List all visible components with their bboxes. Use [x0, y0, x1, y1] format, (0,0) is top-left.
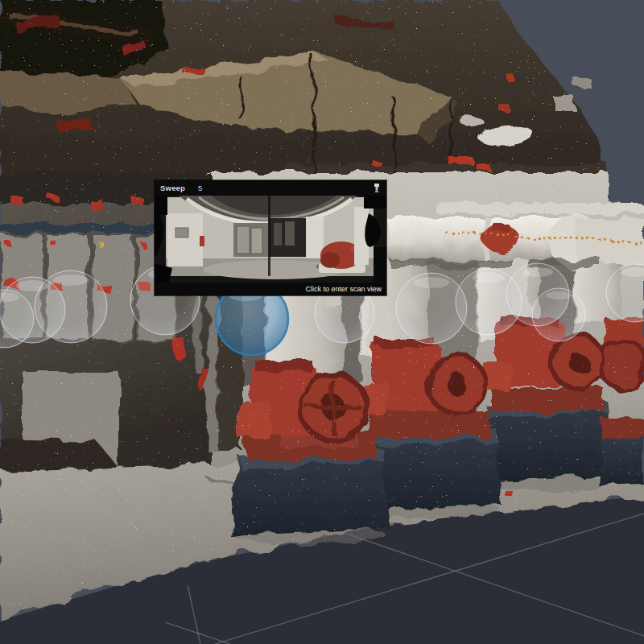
sweep-panel-header: Sweep 5: [155, 180, 386, 196]
sweep-panel-footer: Click to enter scan view: [155, 283, 386, 295]
scan-point-sphere[interactable]: [35, 270, 107, 343]
sweep-number: 5: [198, 184, 202, 192]
enter-scan-caption: Click to enter scan view: [305, 285, 382, 293]
sweep-preview-panel[interactable]: Sweep 5: [155, 180, 386, 295]
sweep-title: Sweep: [160, 184, 185, 192]
pump-unit-3: [481, 316, 613, 481]
scan-station-icon: [373, 183, 381, 193]
pano-image: [155, 196, 386, 283]
3d-viewport[interactable]: Sweep 5: [0, 0, 644, 644]
fire-alarm-box: [174, 338, 185, 357]
sweep-pano-preview[interactable]: [155, 196, 386, 283]
scan-point-sphere[interactable]: [532, 288, 585, 341]
point-cloud-scene: [0, 0, 644, 644]
